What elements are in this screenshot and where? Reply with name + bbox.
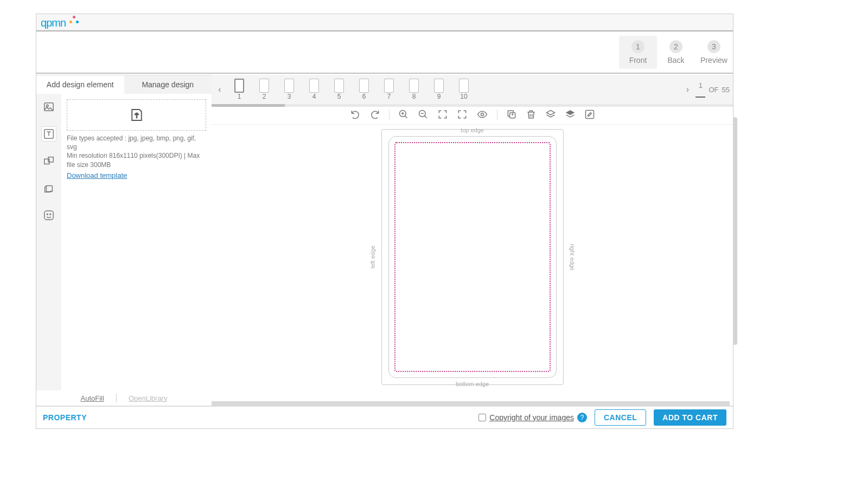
thumb-7[interactable]: 7 [384,79,394,100]
left-panel: Add design element Manage design [36,75,212,406]
layers-tool-icon[interactable] [41,181,56,196]
svg-point-8 [50,214,51,215]
preview-eye-icon[interactable] [476,109,488,120]
logo-dots-icon [69,16,80,25]
layer-back-icon[interactable] [545,109,556,120]
thumb-9[interactable]: 9 [434,79,444,100]
add-to-cart-button[interactable]: ADD TO CART [654,409,726,426]
thumb-4[interactable]: 4 [309,79,319,100]
copyright-block: Copyright of your images ? [478,413,587,422]
step-bar: 1Front 2Back 3Preview [36,31,733,74]
autofill-link[interactable]: AutoFill [81,394,104,402]
thumb-1[interactable]: 1 [234,79,244,100]
step-back[interactable]: 2Back [657,36,695,69]
thumb-8[interactable]: 8 [409,79,419,100]
thumb-scrollbar[interactable] [212,104,733,107]
fullscreen-icon[interactable] [457,109,468,120]
svg-point-11 [481,113,483,115]
canvas-toolbar [212,104,733,125]
workspace: Add design element Manage design [36,75,733,406]
upload-hint: File types accepted : jpg, jpeg, bmp, pn… [67,134,206,169]
thumbnail-row: ‹ 1 2 3 4 5 6 7 8 9 10 › 1 OF 55 [212,75,733,104]
openlibrary-link[interactable]: OpenLibrary [129,394,168,402]
zoom-in-icon[interactable] [398,109,409,120]
svg-point-1 [46,105,48,107]
canvas-panel: ‹ 1 2 3 4 5 6 7 8 9 10 › 1 OF 55 [212,75,733,406]
shapes-tool-icon[interactable] [41,153,56,169]
page-indicator: 1 OF 55 [695,81,730,98]
step-front[interactable]: 1Front [619,36,657,69]
upload-icon [129,107,145,123]
step-preview[interactable]: 3Preview [695,36,733,69]
tab-add-design-element[interactable]: Add design element [36,75,124,94]
redo-icon[interactable] [369,109,380,120]
edge-label-bottom: bottom edge [381,381,564,387]
thumbnails: 1 2 3 4 5 6 7 8 9 10 [228,79,679,100]
tool-column [36,94,61,390]
edit-icon[interactable] [584,109,595,120]
thumb-10[interactable]: 10 [459,79,469,100]
page-v-scrollbar[interactable] [733,117,737,345]
download-template-link[interactable]: Download template [67,171,127,179]
tab-manage-design[interactable]: Manage design [124,75,212,94]
thumb-3[interactable]: 3 [284,79,294,100]
divider [116,394,117,402]
app-window: qpmn 1Front 2Back 3Preview Add design el… [36,14,733,429]
image-tool-icon[interactable] [41,99,56,114]
property-toggle[interactable]: PROPERTY [43,413,87,422]
logo-bar: qpmn [36,14,733,31]
upload-column: File types accepted : jpg, jpeg, bmp, pn… [61,94,212,390]
edge-label-right: right edge [569,129,576,385]
card-bleed[interactable] [381,129,564,385]
canvas-h-scrollbar[interactable] [212,401,730,406]
svg-rect-12 [509,112,515,118]
copyright-checkbox[interactable] [478,414,486,421]
card-safe-zone [394,142,551,372]
duplicate-icon[interactable] [506,109,517,120]
emoji-tool-icon[interactable] [41,208,56,223]
undo-icon[interactable] [350,109,361,120]
card-wrap: top edge bottom edge left edge right edg… [381,129,564,385]
svg-rect-6 [44,211,54,220]
card-cut-line [388,136,557,378]
left-bottom-links: AutoFill OpenLibrary [36,390,212,406]
fit-icon[interactable] [437,109,448,120]
thumb-5[interactable]: 5 [334,79,344,100]
footer-bar: PROPERTY Copyright of your images ? CANC… [36,406,733,428]
thumb-6[interactable]: 6 [359,79,369,100]
layer-front-icon[interactable] [565,109,576,120]
svg-rect-13 [585,110,593,118]
page-current[interactable]: 1 [695,81,705,98]
text-tool-icon[interactable] [41,126,56,142]
canvas-zone[interactable]: top edge bottom edge left edge right edg… [212,125,733,406]
zoom-out-icon[interactable] [418,109,429,120]
svg-point-7 [47,214,48,215]
upload-dropzone[interactable] [67,99,206,131]
delete-icon[interactable] [526,109,537,120]
edge-label-left: left edge [369,129,376,385]
left-tabs: Add design element Manage design [36,75,212,94]
thumb-prev-icon[interactable]: ‹ [215,85,225,94]
copyright-link[interactable]: Copyright of your images [489,413,574,422]
thumb-2[interactable]: 2 [259,79,269,100]
help-icon[interactable]: ? [577,413,587,422]
edge-label-top: top edge [381,127,564,133]
thumb-next-icon[interactable]: › [682,85,692,94]
cancel-button[interactable]: CANCEL [595,409,646,426]
brand-logo: qpmn [41,16,80,29]
